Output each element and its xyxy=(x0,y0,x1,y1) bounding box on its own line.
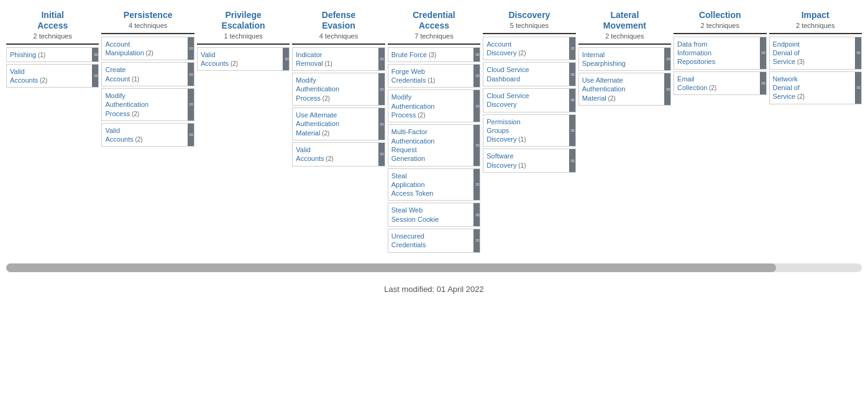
column-header-persistence: Persistence4 techniques xyxy=(101,10,194,29)
column-header-initial-access: Initial Access2 techniques xyxy=(6,10,99,40)
column-divider-collection xyxy=(674,33,766,34)
technique-item[interactable]: Steal Web Session Cookie xyxy=(388,203,480,227)
technique-handle[interactable] xyxy=(92,65,98,88)
column-title-discovery: Discovery xyxy=(483,10,575,21)
technique-item[interactable]: Forge Web Credentials (1) xyxy=(388,64,480,88)
technique-item[interactable]: Cloud Service Discovery xyxy=(483,88,575,112)
column-title-defense-evasion: Defense Evasion xyxy=(292,10,385,31)
column-subtitle-credential-access: 7 techniques xyxy=(388,32,480,40)
technique-text: Internal Spearphishing xyxy=(579,48,664,71)
technique-handle[interactable] xyxy=(378,143,385,166)
column-initial-access: Initial Access2 techniquesPhishing (1)Va… xyxy=(6,10,99,255)
column-subtitle-collection: 2 techniques xyxy=(674,22,766,29)
technique-item[interactable]: Phishing (1) xyxy=(6,47,99,62)
technique-item[interactable]: Modify Authentication Process (2) xyxy=(292,73,385,106)
scrollbar-thumb[interactable] xyxy=(6,263,776,272)
column-title-credential-access: Credential Access xyxy=(388,10,480,31)
technique-handle[interactable] xyxy=(188,89,194,121)
technique-item[interactable]: Data from Information Repositories xyxy=(674,37,766,70)
technique-text: Software Discovery (1) xyxy=(483,149,569,172)
technique-item[interactable]: Brute Force (3) xyxy=(388,47,480,62)
technique-text: Account Manipulation (2) xyxy=(102,37,187,60)
technique-handle[interactable] xyxy=(473,229,480,252)
column-title-collection: Collection xyxy=(674,10,766,21)
technique-handle[interactable] xyxy=(569,89,575,112)
technique-handle[interactable] xyxy=(855,37,861,69)
technique-item[interactable]: Network Denial of Service (2) xyxy=(769,71,862,104)
technique-handle[interactable] xyxy=(378,48,385,71)
technique-handle[interactable] xyxy=(378,108,385,140)
technique-handle[interactable] xyxy=(188,37,194,60)
technique-item[interactable]: Internal Spearphishing xyxy=(578,47,671,71)
technique-text: Email Collection (2) xyxy=(674,72,759,95)
technique-handle[interactable] xyxy=(664,48,670,71)
column-collection: Collection2 techniquesData from Informat… xyxy=(674,10,766,255)
technique-text: Network Denial of Service (2) xyxy=(770,72,855,104)
technique-item[interactable]: Use Alternate Authentication Material (2… xyxy=(292,107,385,140)
column-subtitle-discovery: 5 techniques xyxy=(483,22,575,29)
technique-item[interactable]: Unsecured Credentials xyxy=(388,229,480,253)
column-subtitle-privilege-escalation: 1 techniques xyxy=(197,32,290,40)
technique-handle[interactable] xyxy=(664,73,670,105)
technique-text: Modify Authentication Process (2) xyxy=(293,73,378,105)
technique-handle[interactable] xyxy=(473,203,480,226)
technique-item[interactable]: Endpoint Denial of Service (3) xyxy=(769,37,862,70)
technique-item[interactable]: Valid Accounts (2) xyxy=(197,47,290,71)
technique-handle[interactable] xyxy=(473,125,480,165)
column-subtitle-defense-evasion: 4 techniques xyxy=(292,32,385,40)
technique-text: Multi-Factor Authentication Request Gene… xyxy=(388,125,473,165)
technique-item[interactable]: Multi-Factor Authentication Request Gene… xyxy=(388,124,480,166)
technique-text: Valid Accounts (2) xyxy=(198,48,283,71)
technique-item[interactable]: Modify Authentication Process (2) xyxy=(101,88,194,121)
column-divider-defense-evasion xyxy=(292,43,385,45)
technique-item[interactable]: Use Alternate Authentication Material (2… xyxy=(578,73,671,106)
technique-handle[interactable] xyxy=(855,72,861,104)
column-title-initial-access: Initial Access xyxy=(6,10,99,31)
technique-handle[interactable] xyxy=(473,169,480,201)
technique-handle[interactable] xyxy=(569,115,575,147)
technique-item[interactable]: Valid Accounts (2) xyxy=(292,142,385,167)
technique-handle[interactable] xyxy=(92,48,98,62)
scrollbar-area[interactable] xyxy=(6,263,862,272)
technique-handle[interactable] xyxy=(569,149,575,172)
column-header-lateral-movement: Lateral Movement2 techniques xyxy=(578,10,671,40)
column-subtitle-persistence: 4 techniques xyxy=(101,22,194,29)
technique-item[interactable]: Valid Accounts (2) xyxy=(6,64,99,88)
technique-item[interactable]: Indicator Removal (1) xyxy=(292,47,385,71)
technique-handle[interactable] xyxy=(473,48,480,62)
technique-item[interactable]: Account Discovery (2) xyxy=(483,37,575,61)
technique-handle[interactable] xyxy=(760,72,766,95)
column-discovery: Discovery5 techniquesAccount Discovery (… xyxy=(483,10,575,255)
column-header-privilege-escalation: Privilege Escalation1 techniques xyxy=(197,10,290,40)
column-subtitle-lateral-movement: 2 techniques xyxy=(578,32,671,40)
technique-handle[interactable] xyxy=(378,73,385,105)
column-header-defense-evasion: Defense Evasion4 techniques xyxy=(292,10,385,40)
technique-text: Phishing (1) xyxy=(7,48,92,62)
column-divider-impact xyxy=(769,33,862,34)
technique-text: Valid Accounts (2) xyxy=(293,143,378,166)
technique-item[interactable]: Permission Groups Discovery (1) xyxy=(483,114,575,147)
technique-item[interactable]: Valid Accounts (2) xyxy=(101,123,194,147)
technique-text: Valid Accounts (2) xyxy=(7,65,92,88)
technique-text: Permission Groups Discovery (1) xyxy=(483,115,569,147)
technique-item[interactable]: Modify Authentication Process (2) xyxy=(388,89,480,122)
column-persistence: Persistence4 techniquesAccount Manipulat… xyxy=(101,10,194,255)
technique-item[interactable]: Account Manipulation (2) xyxy=(101,37,194,61)
technique-text: Use Alternate Authentication Material (2… xyxy=(293,108,378,140)
technique-handle[interactable] xyxy=(569,37,575,60)
technique-handle[interactable] xyxy=(473,90,480,122)
technique-text: Steal Application Access Token xyxy=(388,169,473,201)
column-title-persistence: Persistence xyxy=(101,10,194,21)
technique-item[interactable]: Steal Application Access Token xyxy=(388,168,480,201)
technique-item[interactable]: Email Collection (2) xyxy=(674,71,766,96)
technique-handle[interactable] xyxy=(188,124,194,147)
technique-handle[interactable] xyxy=(569,63,575,86)
technique-handle[interactable] xyxy=(283,48,289,71)
technique-item[interactable]: Software Discovery (1) xyxy=(483,148,575,173)
technique-text: Create Account (1) xyxy=(102,63,187,86)
technique-handle[interactable] xyxy=(473,65,480,88)
technique-item[interactable]: Create Account (1) xyxy=(101,62,194,86)
technique-handle[interactable] xyxy=(188,63,194,86)
technique-item[interactable]: Cloud Service Dashboard xyxy=(483,62,575,86)
technique-handle[interactable] xyxy=(760,37,766,69)
